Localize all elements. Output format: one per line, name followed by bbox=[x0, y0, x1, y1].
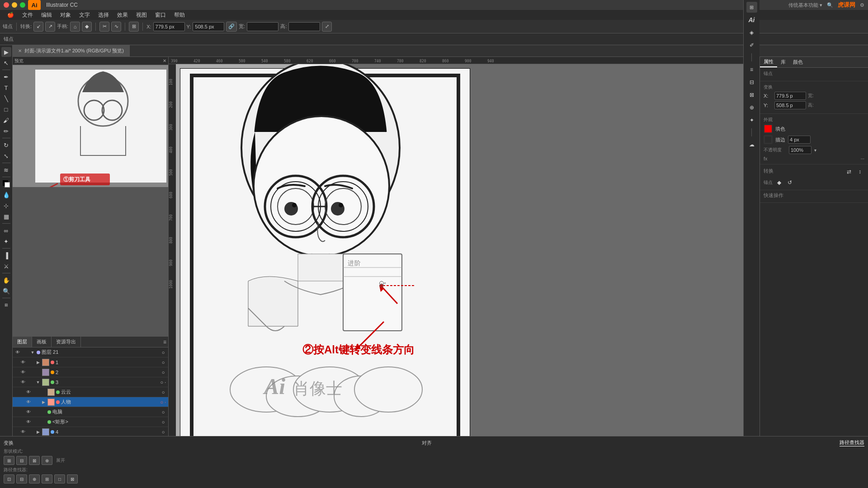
tool-eyedrop[interactable]: 💧 bbox=[1, 190, 11, 200]
expand-icon[interactable]: ▼ bbox=[35, 380, 41, 385]
toolbar-transform-btn2[interactable]: ↗ bbox=[45, 22, 55, 32]
document-tab[interactable]: ✕ 封面-演示源文件1.ai* 200% (RGB/GPU 预览) bbox=[13, 45, 130, 57]
layer-eye[interactable]: 👁 bbox=[25, 389, 32, 395]
stroke-swatch[interactable] bbox=[764, 135, 773, 144]
canvas-viewport[interactable]: 100 200 300 400 500 600 700 800 900 1000 bbox=[169, 64, 760, 471]
layer-eye[interactable]: 👁 bbox=[20, 379, 26, 385]
layer-eye[interactable]: 👁 bbox=[25, 419, 32, 425]
layer-eye[interactable]: 👁 bbox=[25, 399, 32, 405]
tool-line[interactable]: ╲ bbox=[1, 94, 11, 103]
menu-select[interactable]: 选择 bbox=[94, 10, 113, 20]
tab-close-icon[interactable]: ✕ bbox=[18, 48, 22, 53]
layer-item[interactable]: 👁 ▼ 图层 21 ○ bbox=[13, 347, 168, 357]
opacity-input[interactable] bbox=[789, 146, 811, 154]
tool-gradient[interactable]: ▦ bbox=[1, 211, 11, 221]
toolbar-anchor-btn[interactable]: ◆ bbox=[82, 22, 92, 32]
layer-expand-icon[interactable]: ▼ bbox=[30, 350, 35, 355]
layer-item[interactable]: 👁 2 ○ bbox=[13, 367, 168, 377]
menu-view[interactable]: 视图 bbox=[132, 10, 151, 20]
fill-swatch[interactable] bbox=[764, 124, 773, 133]
stroke-width-input[interactable] bbox=[788, 136, 811, 144]
layer-eye[interactable]: 👁 bbox=[20, 429, 26, 435]
layer-eye[interactable]: 👁 bbox=[20, 359, 26, 366]
expand-shape-btn[interactable]: 展开 bbox=[56, 457, 65, 464]
reset-icon[interactable]: ↺ bbox=[785, 178, 794, 187]
menu-apple[interactable]: 🍎 bbox=[4, 11, 18, 19]
height-input[interactable] bbox=[288, 22, 320, 31]
tool-fill[interactable] bbox=[1, 179, 11, 189]
menu-effects[interactable]: 效果 bbox=[113, 10, 132, 20]
layer-item-active[interactable]: 👁 ▶ 人物 ○ · bbox=[13, 397, 168, 407]
outline-btn[interactable]: □ bbox=[54, 474, 65, 476]
crop-btn[interactable]: ⊞ bbox=[42, 474, 52, 476]
toolbar-transform-btn1[interactable]: ↙ bbox=[33, 22, 43, 32]
expand-icon[interactable]: ▶ bbox=[41, 400, 46, 404]
layer-eye[interactable]: 👁 bbox=[25, 409, 32, 415]
pathfinder-tab1[interactable]: 变换 bbox=[13, 440, 14, 446]
divide-btn[interactable]: ⊡ bbox=[13, 474, 14, 476]
tool-column[interactable]: ▐ bbox=[1, 250, 11, 260]
tool-rotate[interactable]: ↻ bbox=[1, 140, 11, 150]
tool-rect[interactable]: □ bbox=[1, 104, 11, 114]
layer-item[interactable]: 👁 <矩形> ○ bbox=[13, 417, 168, 427]
tool-mesh[interactable]: ⊹ bbox=[1, 201, 11, 211]
tool-scale[interactable]: ⤡ bbox=[1, 151, 11, 161]
tool-slice[interactable]: ⚔ bbox=[1, 261, 11, 271]
layer-item[interactable]: 👁 ▼ 3 ○ · bbox=[13, 377, 168, 387]
minus-back-btn[interactable]: ⊠ bbox=[67, 474, 78, 476]
tab-color[interactable]: 颜色 bbox=[789, 57, 807, 67]
menu-window[interactable]: 窗口 bbox=[151, 10, 170, 20]
pathfinder-tab3[interactable]: 路径查找器 bbox=[840, 439, 864, 446]
tool-pencil[interactable]: ✏ bbox=[1, 126, 11, 136]
pathfinder-tab2[interactable]: 对齐 bbox=[422, 440, 432, 446]
unite-btn[interactable]: ⊞ bbox=[13, 456, 14, 465]
close-button[interactable] bbox=[4, 2, 9, 8]
panel-controls[interactable]: ⚙ bbox=[860, 2, 864, 8]
cc-icon[interactable]: ☁ bbox=[746, 139, 757, 150]
tab-asset-export[interactable]: 资源导出 bbox=[52, 337, 81, 347]
layer-item[interactable]: 👁 ▶ 1 ○ bbox=[13, 357, 168, 367]
maximize-button[interactable] bbox=[20, 2, 25, 8]
y-input[interactable] bbox=[193, 22, 224, 31]
x-input[interactable] bbox=[153, 22, 185, 31]
toolbar-scissor-btn[interactable]: ✂ bbox=[99, 22, 109, 32]
thumbnail-close[interactable]: ✕ bbox=[163, 58, 166, 63]
tool-type[interactable]: T bbox=[1, 83, 11, 93]
minimize-button[interactable] bbox=[12, 2, 17, 8]
tab-library[interactable]: 库 bbox=[777, 57, 789, 67]
tool-blend[interactable]: ∞ bbox=[1, 225, 11, 235]
menu-help[interactable]: 帮助 bbox=[170, 10, 189, 20]
tool-select[interactable]: ▶ bbox=[1, 47, 11, 57]
menu-file[interactable]: 文件 bbox=[19, 10, 37, 20]
tool-pen[interactable]: ✒ bbox=[1, 72, 11, 82]
tab-properties[interactable]: 属性 bbox=[760, 57, 777, 67]
toolbar-expand-btn[interactable]: ⤢ bbox=[322, 22, 332, 32]
y-prop-input[interactable] bbox=[774, 101, 806, 109]
tool-brush[interactable]: 🖌 bbox=[1, 115, 11, 125]
tool-navigate[interactable]: ⊞ bbox=[1, 300, 11, 310]
layer-eye[interactable]: 👁 bbox=[14, 349, 21, 356]
toolbar-curve-btn[interactable]: ∿ bbox=[111, 22, 121, 32]
search-icon[interactable]: 🔍 bbox=[827, 2, 833, 8]
expand-icon[interactable]: ▶ bbox=[35, 360, 41, 365]
toolbar-grid-btn[interactable]: ⊞ bbox=[129, 22, 139, 32]
menu-edit[interactable]: 编辑 bbox=[38, 10, 56, 20]
expand-icon[interactable]: ▶ bbox=[35, 430, 41, 434]
pathfinder-icon[interactable]: ⊕ bbox=[746, 102, 757, 113]
tab-artboards[interactable]: 画板 bbox=[32, 337, 52, 347]
toolbar-hand-btn[interactable]: ⌂ bbox=[70, 22, 80, 32]
tool-direct-select[interactable]: ↖ bbox=[1, 58, 11, 68]
drawing-canvas[interactable]: 进 阶 Ai 肖像士 bbox=[176, 64, 754, 471]
layers-r-icon[interactable]: ≡ bbox=[746, 64, 757, 75]
symbol-r-icon[interactable]: ✦ bbox=[746, 115, 757, 126]
tab-layers[interactable]: 图层 bbox=[13, 337, 32, 347]
panel-menu-icon[interactable]: ≡ bbox=[163, 339, 166, 345]
transform-arrows-icon[interactable]: ⇄ bbox=[844, 167, 854, 176]
tool-warp[interactable]: ≋ bbox=[1, 165, 11, 175]
menu-text[interactable]: 文字 bbox=[75, 10, 94, 20]
transform-reflect-icon[interactable]: ↕ bbox=[855, 167, 864, 176]
trim-btn[interactable]: ⊟ bbox=[16, 474, 27, 476]
tool-hand[interactable]: ✋ bbox=[1, 275, 11, 285]
menu-object[interactable]: 对象 bbox=[57, 10, 75, 20]
intersect-btn[interactable]: ⊠ bbox=[29, 456, 40, 465]
